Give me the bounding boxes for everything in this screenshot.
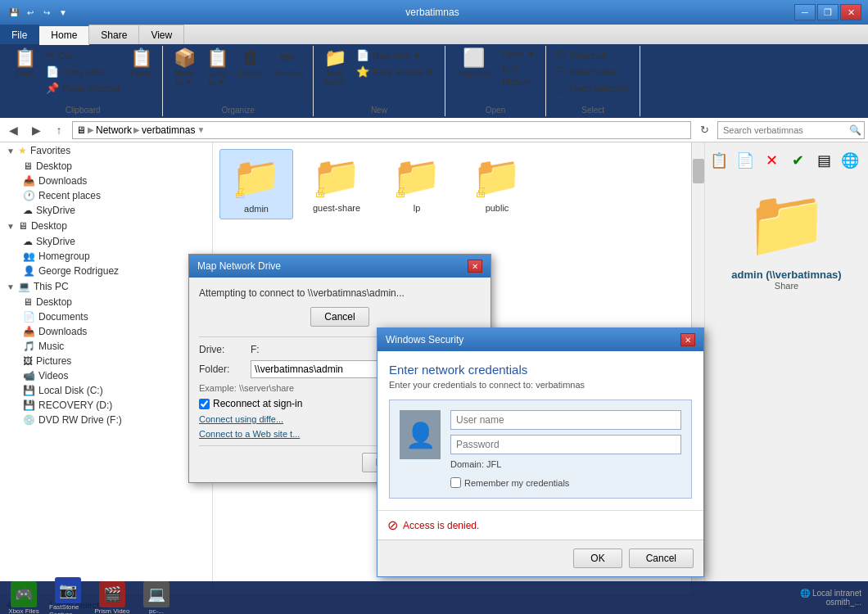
remember-checkbox[interactable]	[450, 477, 461, 488]
reconnect-label: Reconnect at sign-in	[213, 398, 302, 409]
password-input[interactable]	[450, 435, 681, 454]
prism-label: Prism Video	[95, 607, 130, 615]
website-link[interactable]: Connect to a Web site t...	[199, 429, 300, 439]
security-heading: Enter network credentials	[389, 363, 692, 377]
security-body: Enter network credentials Enter your cre…	[377, 351, 703, 510]
connect-different-link[interactable]: Connect using diffe...	[199, 414, 283, 424]
taskbar-faststone[interactable]: 📷 FastStone Capture	[47, 576, 88, 614]
security-close-btn[interactable]: ✕	[680, 333, 695, 346]
remember-row: Remember my credentials	[450, 477, 681, 488]
map-drive-cancel-row: Cancel	[199, 307, 481, 327]
folder-label: Folder:	[199, 363, 244, 375]
error-icon: ⊘	[387, 517, 398, 533]
faststone-icon: 📷	[55, 577, 81, 603]
xbox-icon: 🎮	[11, 581, 37, 607]
prism-icon: 🎬	[99, 581, 125, 607]
map-drive-cancel-btn[interactable]: Cancel	[310, 307, 368, 327]
security-btn-row: OK Cancel	[377, 540, 703, 576]
faststone-label: FastStone Capture	[49, 603, 87, 614]
error-row: ⊘ Access is denied.	[377, 510, 703, 540]
taskbar-pc[interactable]: 💻 pc-...	[136, 580, 177, 615]
taskbar: 🎮 Xbox Files 📷 FastStone Capture 🎬 Prism…	[0, 581, 868, 614]
xbox-label: Xbox Files	[8, 607, 38, 615]
username-input[interactable]	[450, 410, 681, 430]
taskbar-prism[interactable]: 🎬 Prism Video	[92, 580, 133, 615]
map-drive-status: Attempting to connect to \\verbatimnas\a…	[199, 287, 481, 299]
drive-value: F:	[251, 344, 260, 355]
security-title-bar: Windows Security ✕	[377, 328, 703, 351]
map-drive-title-bar: Map Network Drive ✕	[189, 255, 491, 278]
pc-icon: 💻	[143, 581, 170, 607]
taskbar-user: osmith_...	[800, 598, 861, 607]
security-dialog: Windows Security ✕ Enter network credent…	[377, 327, 704, 577]
security-ok-btn[interactable]: OK	[573, 549, 622, 568]
security-cancel-btn[interactable]: Cancel	[629, 549, 694, 568]
avatar: 👤	[400, 410, 441, 459]
security-cred-area: 👤 Domain: JFL Remember my credentials	[389, 400, 692, 499]
error-text: Access is denied.	[403, 520, 479, 531]
pc-label: pc-...	[149, 607, 164, 615]
notification-area: 🌐 Local intranet	[800, 589, 861, 598]
security-title: Windows Security	[386, 334, 463, 345]
remember-label: Remember my credentials	[464, 478, 569, 488]
cred-fields: Domain: JFL Remember my credentials	[450, 410, 681, 488]
taskbar-right: 🌐 Local intranet osmith_...	[800, 589, 865, 607]
domain-text: Domain: JFL	[450, 459, 681, 469]
reconnect-checkbox[interactable]	[199, 399, 210, 409]
map-drive-title: Map Network Drive	[197, 260, 281, 272]
dialog-overlay: Map Network Drive ✕ Attempting to connec…	[0, 0, 868, 614]
security-subtext: Enter your credentials to connect to: ve…	[389, 380, 692, 390]
map-drive-close-btn[interactable]: ✕	[468, 260, 482, 273]
drive-label: Drive:	[199, 344, 244, 355]
taskbar-xbox[interactable]: 🎮 Xbox Files	[3, 580, 44, 615]
